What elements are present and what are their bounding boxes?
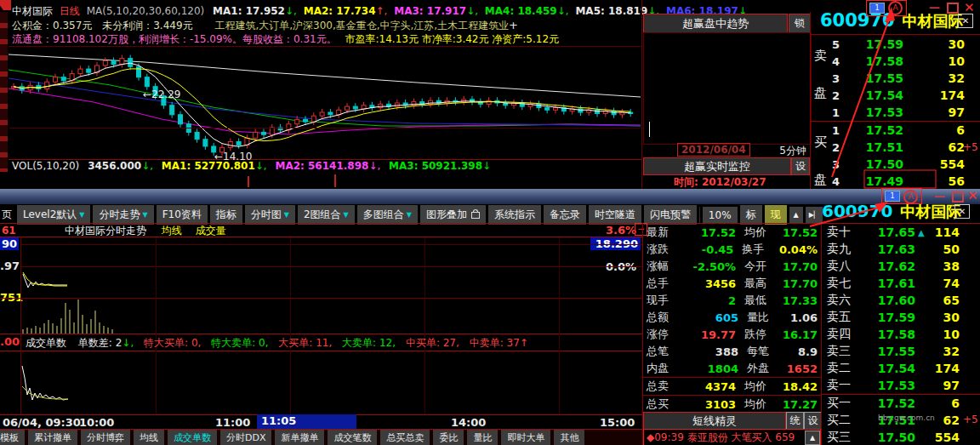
order-book-row[interactable]: 卖七17.6174 [822,275,980,292]
book-volume: 56 [903,174,980,188]
quote-detail-panel: 最新17.52均价17.52涨跌-0.45换手0.04%涨幅-2.50%今开17… [643,224,821,414]
indicator-tab[interactable]: 模板 [0,430,25,445]
book-level: 3 [832,72,851,85]
intraday-price-chart[interactable] [20,237,642,298]
shortline-panel-header[interactable]: 短线精灵 [643,412,786,430]
monitor-settings-button[interactable]: 设 [791,157,810,175]
chevron-down-icon[interactable]: ▼ [79,211,84,219]
order-book-row[interactable]: 卖六17.6065 [822,292,980,309]
trend-plot-pane[interactable] [643,32,812,145]
toolbar-tab[interactable]: 备忘录 [544,205,586,225]
book-level: 5 [832,38,851,51]
grid-line [0,334,642,334]
toolbar-tab[interactable]: 分时走势▼ [93,205,153,225]
indicator-tab[interactable]: 其他 [554,430,584,445]
toolbar-tab[interactable]: 指标 [210,205,242,225]
stat-mid-sell-arrow: ↑ [520,337,528,349]
scroll-up-button[interactable]: ▲ [805,431,820,445]
order-book-row[interactable]: 卖四17.5810 [822,326,980,343]
order-book-row[interactable]: 卖八17.6238 [822,258,980,275]
toolbar-tab[interactable]: 时空隧道 [589,205,641,225]
volume-bar [248,176,249,187]
order-book-row[interactable]: 117.526 [810,121,980,139]
order-book-row[interactable]: 117.5397 [810,104,980,121]
toolbar-tab[interactable]: 闪电预警 [644,205,697,225]
indicator-tab[interactable]: 量比 [467,430,498,445]
vol-arrow: ↓, [141,160,153,172]
chevron-down-icon[interactable]: ▼ [284,211,289,219]
order-book-row[interactable]: 买三17.50554 [822,429,980,445]
order-book-row[interactable]: 卖三17.5532 [822,343,980,360]
stat-mid-buy: 中买单: 27, [406,337,459,349]
toolbar-tab[interactable]: Level2默认▼ [17,205,90,225]
toolbar-tab[interactable]: 多图组合▼ [357,205,418,225]
sell-side-label2: 盘 [814,85,827,101]
close-icon[interactable]: ✕ [954,204,970,219]
indicator-tab[interactable]: 成交单数 [168,430,217,445]
biao-button[interactable]: 标 [740,205,762,225]
order-book-row[interactable]: 卖二17.54174 [822,360,980,377]
indicator-tab[interactable]: 新单撤单 [275,430,324,445]
book-volume: 30 [915,311,980,324]
order-book-row[interactable]: 卖十17.65▲114 [822,224,980,241]
daily-chart-pane[interactable] [9,46,641,160]
order-book-row[interactable]: 317.5532 [810,70,980,87]
intraday-vol-label[interactable]: 成交量 [196,225,226,237]
chevron-down-icon[interactable]: ▼ [142,211,147,219]
maximize-button[interactable] [947,3,959,14]
order-book-row[interactable]: 买一17.526 [822,394,980,412]
toolbar-tab[interactable]: 系统指示 [488,205,541,225]
order-book-row[interactable]: 317.50554 [810,156,980,173]
chevron-down-icon[interactable]: ▼ [407,211,412,219]
toolbar-tab[interactable]: 分时图▼ [245,205,295,225]
clipped-toolbar-item[interactable]: 页 [2,208,12,222]
order-count-indicator-chart[interactable] [20,351,642,414]
zoom-level-button[interactable]: 10% [703,207,738,224]
book-level-label: 卖六 [822,293,861,308]
daily-candlestick-chart[interactable] [9,48,641,158]
order-book-row[interactable]: 卖九17.6350 [822,241,980,258]
toolbar-tab[interactable]: 2图组合▼ [298,205,355,225]
indicator-tab[interactable]: 成交笔数 [328,430,377,445]
indicator-tab[interactable]: 分时博弈 [81,430,130,445]
intraday-ma-label[interactable]: 均线 [162,225,182,237]
indicator-tab[interactable]: 委比 [433,430,464,445]
trend-panel-header[interactable]: 超赢盘中趋势 [643,14,788,33]
order-book-row[interactable]: 517.5930 [810,36,980,53]
toolbar-tab[interactable]: 图形叠加 [420,205,486,225]
monitor-settings-label: 设 [795,159,806,174]
close-icon[interactable]: ✕ [958,14,973,28]
indicator-tab[interactable]: 总买总卖 [380,430,430,445]
order-book-row[interactable]: 417.5810 [810,53,980,70]
intraday-volume-chart[interactable] [20,298,642,334]
monitor-panel-header[interactable]: 超赢实时监控 [643,157,791,175]
period-label[interactable]: 日线 [60,5,80,17]
trend-period[interactable]: 5分钟 [779,144,806,158]
lock-button[interactable]: 锁 [789,14,811,33]
left-toolbar-strip[interactable] [0,12,8,172]
indicator-tab[interactable]: 均线 [134,430,164,445]
shortline-alert-row[interactable]: ◆09:39 泰亚股份 大笔买入 659 [643,429,821,445]
stats-title[interactable]: 成交单数 [26,337,66,349]
toolbar-tab[interactable]: F10资料 [157,205,208,225]
stats-button[interactable]: 统 [786,412,804,430]
order-book-row[interactable]: 卖五17.5930 [822,309,980,326]
stat-big-buy: 大买单: 11, [278,337,332,349]
axis-label-cut: .00 [0,335,20,348]
indicator-tab[interactable]: 分时DDX [220,430,271,445]
indicator-tab-bar: 模板累计撤单分时博弈均线成交单数分时DDX新单撤单成交笔数总买总卖委比量比即时大… [0,430,645,445]
indicator-tab[interactable]: 即时大单 [501,430,550,445]
order-book-row[interactable]: 卖一17.5397 [822,377,980,394]
settings-button[interactable]: 设 [804,412,822,430]
split-window-button[interactable]: ▲ [789,207,803,223]
order-book-row[interactable]: 217.54174 [810,87,980,104]
book-price: 17.62 [861,260,915,273]
chevron-down-icon[interactable]: ▼ [344,211,349,219]
xian-button[interactable]: 现 [765,205,787,225]
minimize-button[interactable]: — [929,1,940,14]
order-book-row[interactable]: 417.4956 [810,173,980,189]
order-book-row[interactable]: 217.5162 [810,139,980,156]
indicator-tab[interactable]: 累计撤单 [28,430,77,445]
book-price: 17.65 [861,225,915,239]
close-button[interactable]: ✕ [964,0,975,15]
